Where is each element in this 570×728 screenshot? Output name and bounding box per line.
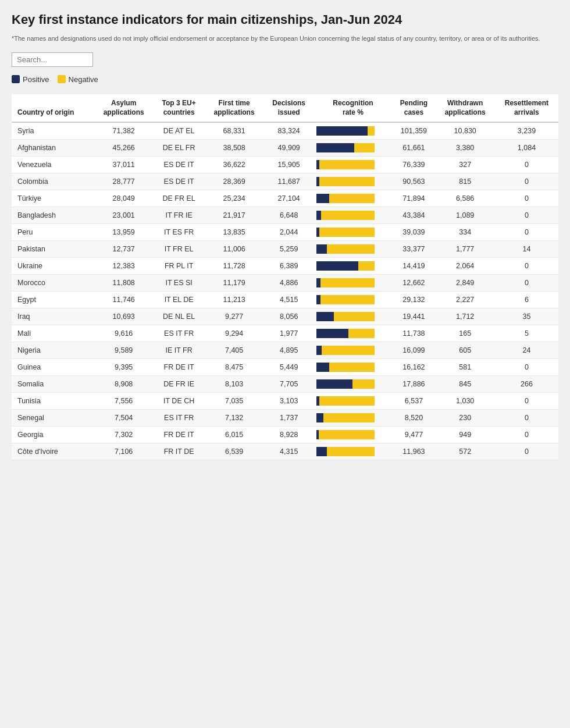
- cell-recognition: [314, 342, 393, 359]
- cell-pending: 76,339: [392, 157, 435, 173]
- col-pending: Pendingcases: [392, 94, 435, 122]
- bar-positive: [316, 126, 368, 136]
- cell-pending: 71,894: [392, 190, 435, 207]
- bar-negative: [329, 363, 375, 372]
- cell-country: Syria: [12, 122, 94, 140]
- bar-negative: [323, 413, 375, 422]
- cell-pending: 39,039: [392, 224, 435, 241]
- cell-pending: 17,886: [392, 376, 435, 393]
- cell-country: Somalia: [12, 376, 94, 393]
- cell-recognition: [314, 359, 393, 376]
- cell-resettlement: 14: [495, 241, 558, 258]
- search-input[interactable]: [12, 52, 93, 67]
- cell-asylum: 9,395: [94, 359, 153, 376]
- cell-country: Egypt: [12, 292, 94, 308]
- table-row: Nigeria 9,589 IE IT FR 7,405 4,895 16,09…: [12, 342, 558, 359]
- cell-recognition: [314, 207, 393, 224]
- table-row: Pakistan 12,737 IT FR EL 11,006 5,259 33…: [12, 241, 558, 258]
- cell-firsttime: 68,331: [204, 122, 263, 140]
- cell-asylum: 28,049: [94, 190, 153, 207]
- table-row: Türkiye 28,049 DE FR EL 25,234 27,104 71…: [12, 190, 558, 207]
- cell-firsttime: 7,132: [204, 410, 263, 427]
- cell-pending: 90,563: [392, 173, 435, 190]
- bar-negative: [327, 244, 375, 254]
- cell-resettlement: 35: [495, 308, 558, 325]
- cell-asylum: 12,383: [94, 258, 153, 275]
- cell-firsttime: 38,508: [204, 140, 263, 157]
- cell-resettlement: 0: [495, 157, 558, 173]
- cell-asylum: 11,746: [94, 292, 153, 308]
- cell-decisions: 3,103: [264, 393, 314, 410]
- cell-pending: 11,738: [392, 325, 435, 342]
- cell-asylum: 37,011: [94, 157, 153, 173]
- table-row: Colombia 28,777 ES DE IT 28,369 11,687 9…: [12, 173, 558, 190]
- cell-resettlement: 0: [495, 393, 558, 410]
- cell-resettlement: 0: [495, 207, 558, 224]
- cell-withdrawn: 2,064: [435, 258, 494, 275]
- cell-top3: DE NL EL: [154, 308, 205, 325]
- cell-withdrawn: 3,380: [435, 140, 494, 157]
- cell-pending: 16,099: [392, 342, 435, 359]
- cell-asylum: 7,302: [94, 427, 153, 443]
- cell-withdrawn: 815: [435, 173, 494, 190]
- cell-resettlement: 266: [495, 376, 558, 393]
- legend-negative: Negative: [58, 75, 98, 84]
- cell-top3: FR IT DE: [154, 443, 205, 460]
- cell-decisions: 8,056: [264, 308, 314, 325]
- cell-asylum: 10,693: [94, 308, 153, 325]
- bar-positive: [316, 143, 354, 152]
- table-row: Syria 71,382 DE AT EL 68,331 83,324 101,…: [12, 122, 558, 140]
- col-recognition: Recognitionrate %: [314, 94, 393, 122]
- bar-positive: [316, 244, 327, 254]
- cell-country: Türkiye: [12, 190, 94, 207]
- table-row: Côte d'Ivoire 7,106 FR IT DE 6,539 4,315…: [12, 443, 558, 460]
- cell-country: Guinea: [12, 359, 94, 376]
- cell-recognition: [314, 275, 393, 292]
- bar-positive: [316, 447, 327, 456]
- bar-positive: [316, 363, 329, 372]
- bar-negative: [334, 312, 375, 321]
- cell-withdrawn: 2,849: [435, 275, 494, 292]
- cell-pending: 9,477: [392, 427, 435, 443]
- cell-withdrawn: 572: [435, 443, 494, 460]
- page-title: Key first instance indicators for main c…: [12, 12, 558, 29]
- cell-resettlement: 0: [495, 258, 558, 275]
- table-row: Mali 9,616 ES IT FR 9,294 1,977 11,738 1…: [12, 325, 558, 342]
- cell-country: Nigeria: [12, 342, 94, 359]
- cell-recognition: [314, 308, 393, 325]
- cell-resettlement: 6: [495, 292, 558, 308]
- cell-decisions: 8,928: [264, 427, 314, 443]
- positive-color-swatch: [12, 75, 20, 83]
- cell-asylum: 8,908: [94, 376, 153, 393]
- cell-pending: 101,359: [392, 122, 435, 140]
- cell-asylum: 28,777: [94, 173, 153, 190]
- legend: Positive Negative: [12, 75, 558, 84]
- cell-pending: 12,662: [392, 275, 435, 292]
- col-asylum: Asylumapplications: [94, 94, 153, 122]
- cell-decisions: 15,905: [264, 157, 314, 173]
- cell-withdrawn: 10,830: [435, 122, 494, 140]
- cell-country: Bangladesh: [12, 207, 94, 224]
- table-row: Bangladesh 23,001 IT FR IE 21,917 6,648 …: [12, 207, 558, 224]
- bar-positive: [316, 211, 321, 220]
- cell-country: Peru: [12, 224, 94, 241]
- cell-recognition: [314, 443, 393, 460]
- cell-withdrawn: 334: [435, 224, 494, 241]
- cell-firsttime: 21,917: [204, 207, 263, 224]
- cell-firsttime: 25,234: [204, 190, 263, 207]
- cell-asylum: 23,001: [94, 207, 153, 224]
- cell-decisions: 27,104: [264, 190, 314, 207]
- table-row: Peru 13,959 IT ES FR 13,835 2,044 39,039…: [12, 224, 558, 241]
- cell-pending: 11,963: [392, 443, 435, 460]
- cell-asylum: 9,616: [94, 325, 153, 342]
- cell-asylum: 7,504: [94, 410, 153, 427]
- bar-negative: [319, 177, 375, 186]
- table-row: Morocco 11,808 IT ES SI 11,179 4,886 12,…: [12, 275, 558, 292]
- cell-withdrawn: 845: [435, 376, 494, 393]
- cell-resettlement: 0: [495, 190, 558, 207]
- cell-top3: ES IT FR: [154, 325, 205, 342]
- cell-country: Senegal: [12, 410, 94, 427]
- cell-decisions: 5,259: [264, 241, 314, 258]
- cell-resettlement: 0: [495, 173, 558, 190]
- cell-top3: IT EL DE: [154, 292, 205, 308]
